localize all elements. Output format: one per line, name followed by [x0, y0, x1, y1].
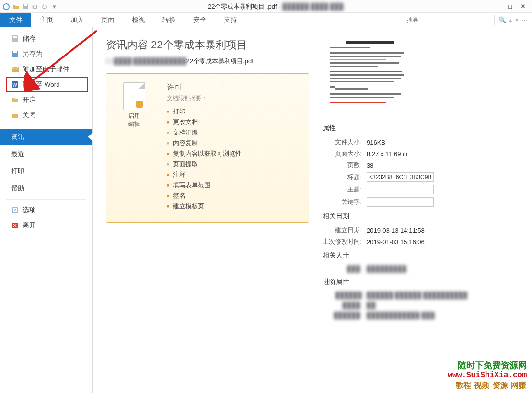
sidebar-separator — [6, 126, 86, 126]
menu-tab-convert[interactable]: 转换 — [154, 13, 185, 27]
close-button[interactable]: ✕ — [520, 3, 526, 10]
nav-menu-icon[interactable]: ⋯ — [521, 16, 528, 23]
kv-key: 主题: — [323, 185, 367, 194]
sidebar-item-save[interactable]: 储存 — [0, 31, 92, 46]
qat-dropdown-icon[interactable]: ▾ — [50, 3, 58, 11]
redo-icon[interactable] — [41, 3, 48, 11]
kv-key: ██████ — [323, 292, 367, 299]
sidebar-item-saveas[interactable]: 另存为 — [0, 46, 92, 62]
menu-tab-support[interactable]: 支持 — [215, 13, 246, 27]
menu-tab-security[interactable]: 安全 — [185, 13, 215, 27]
kv-row: 文件大小:916KB — [323, 136, 518, 148]
watermark-line2: www.SuiShiXia.com — [448, 371, 527, 380]
options-icon — [11, 206, 19, 214]
kv-key: 关键字: — [323, 198, 367, 206]
svg-rect-4 — [13, 36, 17, 38]
save-icon[interactable] — [22, 3, 29, 11]
titlebar: ▾ 22个零成本暴利项目 .pdf - ██████ ████ ███ — □ … — [0, 0, 532, 13]
sidebar-item-label: 另存为 — [23, 50, 43, 58]
dates-heading: 相关日期 — [323, 212, 518, 221]
svg-point-0 — [3, 4, 9, 10]
sidebar-item-open[interactable]: 开启 — [0, 92, 92, 108]
menu-tab-file[interactable]: 文件 — [0, 13, 31, 27]
nav-down-icon[interactable]: ▾ — [515, 16, 519, 23]
kv-key: 页数: — [323, 161, 367, 169]
svg-rect-2 — [24, 4, 27, 6]
kv-value: ██ — [367, 302, 375, 309]
search-input[interactable] — [404, 15, 495, 25]
enable-edit-button[interactable]: 启用 编辑 — [115, 82, 153, 212]
undo-icon[interactable] — [31, 3, 39, 11]
svg-rect-10 — [12, 114, 18, 118]
main-area: 资讯内容 22个零成本暴利项目 C:\████\████████████22个零… — [93, 27, 532, 393]
search-box[interactable] — [404, 13, 495, 27]
kv-row: ███:█████████ — [323, 264, 518, 274]
kv-row: 标题: — [323, 171, 518, 183]
advanced-heading: 进阶属性 — [323, 278, 518, 286]
property-input[interactable] — [367, 197, 434, 207]
kv-row: ██████:████████████ ███ — [323, 310, 518, 320]
kv-row: 页面大小:8.27 x 11.69 in — [323, 148, 518, 159]
kv-key: 文件大小: — [323, 138, 367, 146]
sidebar-item-label: 附加至电子邮件 — [23, 65, 69, 74]
sidebar-item-label: 离开 — [23, 221, 36, 230]
properties-section: 属性 文件大小:916KB页面大小:8.27 x 11.69 in页数:38标题… — [323, 124, 518, 208]
kv-row: 上次修改时间:2019-01-03 15:16:06 — [323, 236, 518, 247]
sidebar-item-recent[interactable]: 最近 — [0, 146, 92, 162]
properties-heading: 属性 — [323, 124, 518, 133]
sidebar-item-label: 资讯 — [11, 133, 24, 141]
kv-value: ██████ ██████ ██████████ — [367, 292, 467, 299]
quick-access-toolbar: ▾ — [0, 3, 58, 11]
kv-row: 关键字: — [323, 196, 518, 208]
sidebar-item-help[interactable]: 帮助 — [0, 181, 92, 196]
sidebar-item-close[interactable]: 关闭 — [0, 108, 92, 123]
sidebar-item-exit[interactable]: 离开 — [0, 218, 92, 233]
sidebar-item-print[interactable]: 打印 — [0, 164, 92, 179]
permissions-subtitle: 文档限制摘要： — [167, 94, 242, 102]
maximize-button[interactable]: □ — [508, 3, 512, 10]
kv-row: 页数:38 — [323, 159, 518, 171]
sidebar-item-export-word[interactable]: W 输出至 Word — [6, 77, 88, 92]
property-input[interactable] — [367, 172, 434, 182]
menu-tab-home[interactable]: 主页 — [31, 13, 62, 27]
permissions-card: 启用 编辑 许可 文档限制摘要： 打印更改文档文档汇编内容复制复制内容以获取可浏… — [106, 73, 309, 223]
sidebar-item-info[interactable]: 资讯 — [0, 129, 92, 145]
document-thumbnail — [323, 36, 417, 114]
window-title: 22个零成本暴利项目 .pdf - ██████ ████ ███ — [58, 2, 493, 11]
sidebar-item-options[interactable]: 选项 — [0, 202, 92, 218]
mail-icon — [11, 66, 19, 73]
menu-tab-insert[interactable]: 加入 — [62, 13, 93, 27]
permission-item: 复制内容以获取可浏览性 — [167, 148, 242, 159]
nav-up-icon[interactable]: ▴ — [509, 16, 512, 23]
sidebar-item-label: 开启 — [23, 96, 36, 104]
sidebar-separator-2 — [6, 199, 86, 200]
menu-tab-page[interactable]: 页面 — [93, 13, 123, 27]
search-go-icon[interactable]: 🔍 — [498, 16, 506, 23]
sidebar-item-label: 选项 — [23, 206, 36, 214]
dates-section: 相关日期 建立日期:2019-03-13 14:11:58上次修改时间:2019… — [323, 212, 518, 247]
sidebar-item-label: 帮助 — [11, 184, 24, 193]
file-sidebar: 储存 另存为 附加至电子邮件 W 输出至 Word 开启 关闭 — [0, 27, 93, 393]
open-icon[interactable] — [12, 3, 20, 11]
path-suffix: 22个零成本暴利项目.pdf — [186, 57, 254, 65]
menu-tab-view[interactable]: 检视 — [123, 13, 154, 27]
minimize-button[interactable]: — — [493, 3, 499, 10]
permissions-body: 许可 文档限制摘要： 打印更改文档文档汇编内容复制复制内容以获取可浏览性页面提取… — [167, 82, 242, 212]
svg-rect-6 — [13, 51, 17, 53]
export-word-icon: W — [11, 81, 19, 89]
backstage-body: 储存 另存为 附加至电子邮件 W 输出至 Word 开启 关闭 — [0, 27, 532, 393]
kv-row: ████:██ — [323, 300, 518, 310]
sidebar-item-mail[interactable]: 附加至电子邮件 — [0, 62, 92, 77]
exit-icon — [11, 222, 19, 229]
folder-open-icon — [11, 96, 19, 104]
properties-column: 属性 文件大小:916KB页面大小:8.27 x 11.69 in页数:38标题… — [318, 27, 532, 393]
svg-text:W: W — [12, 82, 17, 88]
kv-key: 上次修改时间: — [323, 237, 367, 246]
enable-edit-label1: 启用 — [115, 112, 153, 120]
kv-key: 标题: — [323, 173, 367, 181]
kv-value: ████████████ ███ — [367, 312, 435, 319]
app-icon — [2, 3, 10, 11]
advanced-section: 进阶属性 ████████████ ██████ ██████████████:… — [323, 278, 518, 320]
permission-item: 签名 — [167, 191, 242, 201]
property-input[interactable] — [367, 185, 434, 194]
